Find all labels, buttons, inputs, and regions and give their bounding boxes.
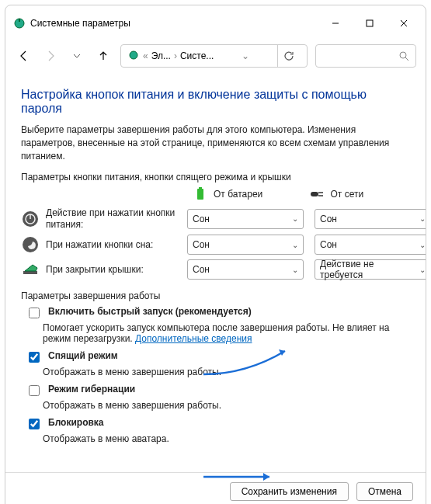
chevron-down-icon: ⌄ bbox=[419, 241, 426, 249]
chevron-down-icon: ⌄ bbox=[292, 266, 298, 274]
column-battery-label: От батареи bbox=[214, 189, 262, 200]
hibernate-checkbox[interactable] bbox=[29, 385, 40, 396]
sleep-button-ac-select[interactable]: Сон⌄ bbox=[315, 235, 426, 255]
sleep-mode-desc: Отображать в меню завершения работы. bbox=[43, 367, 410, 377]
more-info-link[interactable]: Дополнительные сведения bbox=[135, 333, 252, 344]
lock-label: Блокировка bbox=[48, 417, 104, 428]
plug-icon bbox=[309, 186, 326, 203]
hibernate-label: Режим гибернации bbox=[48, 384, 135, 395]
search-icon bbox=[398, 50, 409, 61]
chevron-down-icon: ⌄ bbox=[419, 266, 426, 274]
breadcrumb-part2[interactable]: Систе... bbox=[180, 50, 214, 61]
lid-label: При закрытии крышки: bbox=[46, 264, 144, 275]
power-button-icon bbox=[21, 210, 40, 228]
sleep-button-label: При нажатии кнопки сна: bbox=[46, 239, 153, 250]
svg-point-6 bbox=[130, 51, 137, 59]
chevron-down-icon[interactable]: ⌄ bbox=[242, 50, 249, 61]
hibernate-desc: Отображать в меню завершения работы. bbox=[43, 400, 410, 411]
svg-line-8 bbox=[405, 57, 408, 61]
fast-startup-label: Включить быстрый запуск (рекомендуется) bbox=[48, 306, 252, 317]
column-battery: От батареи bbox=[187, 186, 294, 203]
svg-rect-10 bbox=[199, 187, 202, 189]
save-button[interactable]: Сохранить изменения bbox=[230, 482, 349, 501]
breadcrumb-part1[interactable]: Эл... bbox=[151, 50, 171, 61]
forward-button[interactable] bbox=[41, 47, 60, 65]
chevron-down-icon: ⌄ bbox=[292, 214, 298, 223]
sleep-button-icon bbox=[21, 235, 40, 254]
window-title: Системные параметры bbox=[30, 18, 130, 29]
chevron-right-icon: › bbox=[174, 50, 177, 61]
battery-icon bbox=[192, 186, 209, 203]
up-button[interactable] bbox=[94, 47, 113, 65]
lid-icon bbox=[21, 260, 40, 279]
column-ac-label: От сети bbox=[331, 189, 364, 200]
fast-startup-checkbox[interactable] bbox=[29, 308, 40, 318]
cancel-button[interactable]: Отмена bbox=[356, 482, 413, 501]
fast-startup-desc: Помогает ускорить запуск компьютера посл… bbox=[43, 322, 410, 344]
svg-rect-1 bbox=[19, 19, 20, 22]
address-icon bbox=[127, 49, 140, 64]
sleep-mode-label: Спящий режим bbox=[48, 350, 118, 361]
column-ac: От сети bbox=[304, 186, 411, 203]
power-button-ac-select[interactable]: Сон⌄ bbox=[315, 209, 426, 229]
toolbar: « Эл... › Систе... ⌄ bbox=[5, 41, 426, 75]
chevron-down-icon: ⌄ bbox=[292, 241, 298, 249]
footer: Сохранить изменения Отмена bbox=[5, 472, 426, 504]
chevron-right-icon: « bbox=[143, 50, 148, 61]
page-description: Выберите параметры завершения работы для… bbox=[21, 123, 410, 162]
titlebar: Системные параметры bbox=[5, 5, 426, 41]
minimize-button[interactable] bbox=[318, 12, 353, 35]
section-buttons-label: Параметры кнопки питания, кнопки спящего… bbox=[21, 172, 410, 182]
svg-rect-9 bbox=[197, 189, 203, 200]
power-button-battery-select[interactable]: Сон⌄ bbox=[187, 209, 304, 229]
svg-point-17 bbox=[23, 237, 38, 252]
recent-button[interactable] bbox=[68, 47, 86, 65]
sleep-button-battery-select[interactable]: Сон⌄ bbox=[187, 235, 304, 255]
svg-rect-18 bbox=[23, 271, 37, 274]
back-button[interactable] bbox=[15, 47, 33, 65]
app-icon bbox=[13, 17, 26, 30]
lid-battery-select[interactable]: Сон⌄ bbox=[187, 259, 304, 280]
close-button[interactable] bbox=[387, 12, 421, 35]
lid-ac-select[interactable]: Действие не требуется⌄ bbox=[315, 259, 426, 280]
lock-desc: Отображать в меню аватара. bbox=[43, 433, 410, 444]
sleep-mode-checkbox[interactable] bbox=[29, 352, 40, 363]
maximize-button[interactable] bbox=[353, 12, 387, 35]
svg-point-7 bbox=[400, 52, 406, 58]
address-bar[interactable]: « Эл... › Систе... ⌄ bbox=[120, 44, 308, 68]
svg-rect-3 bbox=[367, 20, 373, 26]
section-shutdown-label: Параметры завершения работы bbox=[21, 290, 410, 301]
refresh-button[interactable] bbox=[277, 44, 301, 68]
power-button-label: Действие при нажатии кнопки питания: bbox=[46, 207, 176, 230]
chevron-down-icon: ⌄ bbox=[419, 214, 426, 223]
search-input[interactable] bbox=[315, 44, 416, 68]
lock-checkbox[interactable] bbox=[29, 419, 40, 429]
svg-rect-11 bbox=[311, 192, 318, 196]
page-heading: Настройка кнопок питания и включение защ… bbox=[21, 88, 410, 116]
